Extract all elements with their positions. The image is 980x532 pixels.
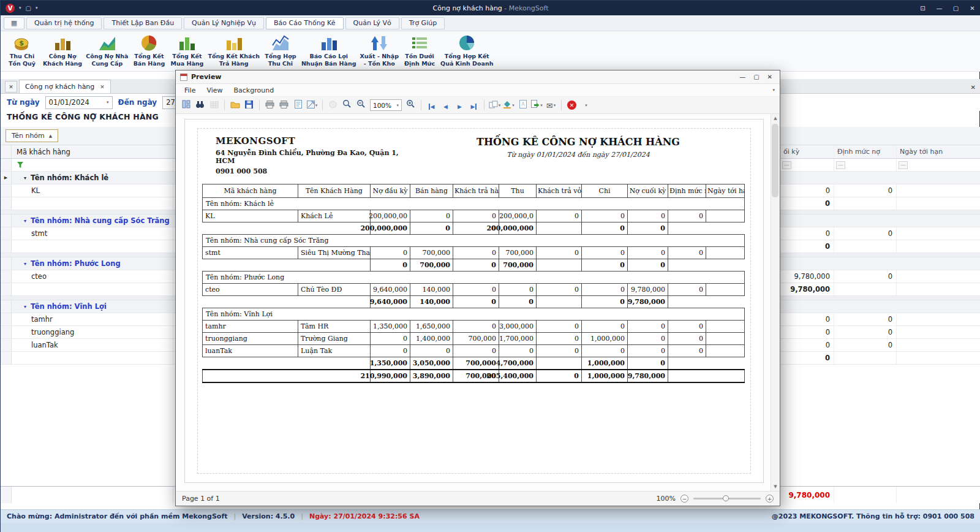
tab-bao-cao-thong-ke[interactable]: Báo Cáo Thống Kê [266, 17, 343, 29]
scrollbar-thumb[interactable] [772, 124, 778, 197]
tab-thiet-lap-ban-dau[interactable]: Thiết Lập Ban Đầu [104, 17, 182, 29]
collapse-caret-icon[interactable]: ▾ [24, 175, 26, 181]
magnifier-button[interactable] [341, 99, 353, 112]
toolbar-overflow-icon[interactable]: ▾ [772, 88, 775, 93]
zoom-slider-thumb[interactable] [723, 495, 729, 501]
quick-print-button[interactable] [277, 99, 290, 112]
tab-tro-giup[interactable]: Trợ Giúp [401, 17, 445, 29]
report-text-cell: luanTak [203, 345, 298, 357]
column-header-ngay-toi-han[interactable]: Ngày tới hạn [896, 145, 980, 158]
tab-quan-ly-vo[interactable]: Quản Lý Vỏ [345, 17, 399, 29]
maximize-button[interactable]: ▢ [948, 1, 964, 15]
ribbon-tool-7[interactable]: Tổng HợpThu Chi [262, 32, 300, 71]
filter-cell-ngay-toi-han[interactable]: — [896, 159, 980, 171]
column-header-no-cuoi-ky[interactable]: ối kỳ [780, 145, 834, 158]
scale-button[interactable]: ▾ [306, 99, 318, 112]
close-tab-icon[interactable]: ✕ [100, 84, 105, 90]
preview-close-button[interactable]: ✕ [767, 74, 772, 80]
ribbon-tool-3[interactable]: Công Nợ NhàCung Cấp [84, 32, 130, 71]
table-button[interactable] [208, 99, 221, 112]
email-button[interactable]: ✉▾ [545, 99, 557, 112]
print-icon [265, 99, 274, 111]
chevron-down-icon[interactable]: ▾ [36, 6, 38, 10]
report-number-cell: 1,400,000 [410, 333, 453, 345]
open-folder-button[interactable] [228, 99, 241, 112]
zoom-out-button[interactable]: − [680, 495, 688, 503]
filter-cell-no-cuoi-ky[interactable]: — [780, 159, 834, 171]
report-number-cell [668, 370, 745, 382]
preview-maximize-button[interactable]: ▢ [753, 74, 759, 80]
close-panel-icon[interactable]: ✕ [971, 84, 976, 91]
chevron-down-icon[interactable]: ▾ [19, 6, 21, 10]
report-number-cell: 0 [453, 321, 499, 333]
ribbon-tool-11[interactable]: Tổng Hợp KếtQuả Kinh Doanh [439, 32, 495, 71]
scroll-down-icon[interactable]: ▼ [774, 484, 777, 489]
window-title: Công nợ khách hàng - MekongSoft [141, 4, 840, 12]
ribbon-tool-9[interactable]: Xuất - Nhập- Tồn Kho [358, 32, 401, 71]
filter-cell-dinh-muc-no[interactable]: — [834, 159, 896, 171]
hand-tool-button[interactable] [326, 99, 339, 112]
page-thumbnails-button[interactable] [179, 99, 192, 112]
app-logo-icon[interactable]: V [6, 4, 15, 13]
report-data-row: cteoChú Tèo ĐĐ9,640,000140,00000009,780,… [203, 284, 745, 296]
menu-view[interactable]: View [201, 85, 228, 96]
collapse-caret-icon[interactable]: ▾ [24, 261, 26, 267]
column-header-dinh-muc-no[interactable]: Định mức nợ [834, 145, 896, 158]
group-by-chip-ten-nhom[interactable]: Tên nhóm ▲ [6, 129, 58, 142]
multi-page-button[interactable]: ▾ [488, 99, 501, 112]
report-number-cell: 1,000,000 [582, 333, 628, 345]
report-number-cell [706, 284, 745, 296]
zoom-in-button[interactable] [404, 99, 417, 112]
chevron-down-icon[interactable]: ▾ [107, 100, 109, 105]
page-setup-button[interactable] [292, 99, 304, 112]
expand-icon[interactable]: ⊡ [914, 1, 931, 15]
close-button[interactable]: ✕ [964, 1, 980, 15]
ribbon-tool-8[interactable]: Báo Cáo LợiNhuận Bán Hàng [300, 32, 358, 71]
ribbon-tool-5[interactable]: Tổng KếtMua Hàng [168, 32, 206, 71]
ribbon-tool-4[interactable]: Tổng KếtBán Hàng [130, 32, 168, 71]
last-page-button[interactable]: ▶ [467, 99, 480, 112]
from-date-input[interactable]: 01/01/2024▾ [45, 96, 113, 109]
customize-icon[interactable]: ▢ [26, 5, 31, 12]
zoom-in-button[interactable]: + [766, 495, 774, 503]
tab-quan-ly-nghiep-vu[interactable]: Quản Lý Nghiệp Vụ [184, 17, 264, 29]
menu-background[interactable]: Background [228, 85, 280, 96]
preview-titlebar[interactable]: Preview — ▢ ✕ [176, 70, 780, 84]
collapse-caret-icon[interactable]: ▾ [24, 304, 26, 310]
application-menu-button[interactable]: ▦ [4, 17, 24, 29]
close-document-button[interactable]: ✕ [5, 81, 17, 93]
close-preview-button[interactable]: ✕ [565, 99, 578, 112]
zoom-slider[interactable] [693, 498, 761, 500]
prev-page-button[interactable]: ◀ [439, 99, 452, 112]
menu-file[interactable]: File [179, 85, 201, 96]
zoom-level-combo[interactable]: 100%▾ [370, 99, 402, 111]
scroll-up-icon[interactable]: ▲ [774, 116, 777, 121]
zoom-out-button[interactable] [355, 99, 368, 112]
tab-quan-tri-he-thong[interactable]: Quản trị hệ thống [26, 17, 102, 29]
statusbar: Chào mừng: Administrator đến với phần mề… [1, 509, 980, 523]
save-button[interactable] [243, 99, 255, 112]
report-text-cell [668, 222, 745, 235]
ribbon-tool-1[interactable]: $Thu ChiTồn Quỹ [3, 32, 41, 71]
filter-cell-ma-khach-hang[interactable] [12, 159, 173, 171]
more-button[interactable]: ▾ [579, 99, 592, 112]
report-number-cell: 700,000 [410, 247, 453, 259]
first-page-button[interactable]: ◀ [425, 99, 438, 112]
page-color-button[interactable]: ▾ [502, 99, 515, 112]
export-button[interactable]: ▾ [530, 99, 543, 112]
ribbon-tool-2[interactable]: Công NợKhách Hàng [41, 32, 84, 71]
next-page-button[interactable]: ▶ [453, 99, 466, 112]
search-button[interactable] [194, 99, 206, 112]
report-number-cell: 0 [628, 247, 668, 259]
ribbon-tool-6[interactable]: Tổng Kết KháchTrả Hàng [206, 32, 261, 71]
minimize-button[interactable]: — [931, 1, 948, 15]
ribbon-tool-10[interactable]: Tồn DướiĐịnh Mức [401, 32, 439, 71]
report-number-cell: 0 [453, 210, 499, 222]
document-tab-cong-no-khach-hang[interactable]: Công nợ khách hàng ✕ [19, 80, 111, 93]
print-button[interactable] [263, 99, 276, 112]
preview-minimize-button[interactable]: — [739, 74, 745, 80]
watermark-button[interactable]: A [516, 99, 529, 112]
collapse-caret-icon[interactable]: ▾ [24, 218, 26, 224]
report-text-cell: Siêu Thị Mường Thanh [298, 247, 371, 259]
column-header-ma-khach-hang[interactable]: Mã khách hàng [12, 145, 173, 158]
